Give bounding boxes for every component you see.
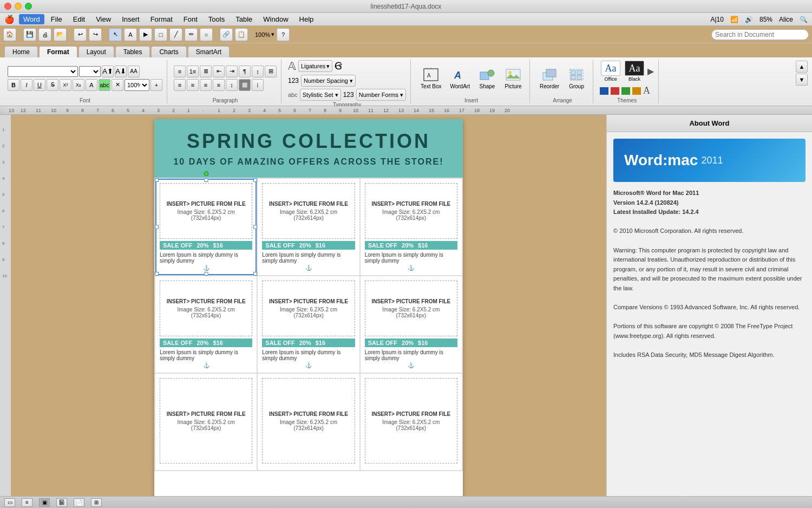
status-view-notebook[interactable]: 📓 xyxy=(56,498,67,507)
sort-button[interactable]: ↕ xyxy=(252,66,264,77)
product-cell-5[interactable]: INSERT> PICTURE FROM FILE Image Size: 6.… xyxy=(360,276,462,373)
product-cell-6[interactable]: INSERT> PICTURE FROM FILE Image Size: 6.… xyxy=(155,373,257,471)
line-tool[interactable]: ╱ xyxy=(169,28,182,41)
tab-charts[interactable]: Charts xyxy=(151,46,186,57)
text-box-button[interactable]: A Text Box xyxy=(417,66,444,90)
menu-format[interactable]: Format xyxy=(146,14,177,24)
status-view-focus[interactable]: ⊞ xyxy=(91,498,102,507)
maximize-button[interactable] xyxy=(25,3,32,10)
number-forms-button[interactable]: Number Forms ▾ xyxy=(356,89,406,101)
menu-table[interactable]: Table xyxy=(231,14,257,24)
menu-insert[interactable]: Insert xyxy=(117,14,144,24)
subscript-button[interactable]: X₂ xyxy=(73,79,84,91)
bold-button[interactable]: B xyxy=(8,79,19,91)
tab-format[interactable]: Format xyxy=(39,46,77,57)
reorder-button[interactable]: Reorder xyxy=(536,66,562,90)
ligatures-button[interactable]: Ligatures ▾ xyxy=(298,60,332,72)
menu-help[interactable]: Help xyxy=(295,14,318,24)
save-button[interactable]: 💾 xyxy=(23,28,36,41)
rect-tool[interactable]: □ xyxy=(154,28,167,41)
number-spacing-button[interactable]: Number Spacing ▾ xyxy=(301,75,356,87)
document-area[interactable]: SPRING COLLECTION 10 DAYS OF AMAZING OFF… xyxy=(11,115,606,496)
product-cell-2[interactable]: INSERT> PICTURE FROM FILE Image Size: 6.… xyxy=(360,178,462,276)
menu-word[interactable]: Word xyxy=(19,14,44,24)
menu-view[interactable]: View xyxy=(91,14,115,24)
menu-window[interactable]: Window xyxy=(259,14,292,24)
align-center[interactable]: ≡ xyxy=(187,79,199,91)
product-cell-1[interactable]: INSERT> PICTURE FROM FILE Image Size: 6.… xyxy=(257,178,359,276)
percent-select[interactable]: 100% xyxy=(125,79,149,91)
stylistic-set-button[interactable]: Stylistic Set ▾ xyxy=(300,89,341,101)
print-button[interactable]: 🖨 xyxy=(38,28,51,41)
font-color-button[interactable]: A xyxy=(86,79,97,91)
play-button[interactable]: ▶ xyxy=(139,28,152,41)
superscript-button[interactable]: X² xyxy=(60,79,71,91)
menu-file[interactable]: File xyxy=(47,14,67,24)
tab-home[interactable]: Home xyxy=(4,46,38,57)
zoom-control[interactable]: 100% ▾ xyxy=(255,31,274,38)
status-view-outline[interactable]: ≡ xyxy=(22,498,32,507)
tab-smartart[interactable]: SmartArt xyxy=(188,46,230,57)
multilevel-button[interactable]: ≣ xyxy=(200,66,212,77)
product-cell-4[interactable]: INSERT> PICTURE FROM FILE Image Size: 6.… xyxy=(257,276,359,373)
picture-button[interactable]: Picture xyxy=(501,66,525,90)
search-icon[interactable]: 🔍 xyxy=(800,16,808,23)
font-grow-button[interactable]: A⬆ xyxy=(102,66,114,77)
close-button[interactable] xyxy=(4,3,11,10)
open-button[interactable]: 📂 xyxy=(54,28,67,41)
theme-black[interactable]: Aa Black xyxy=(624,60,645,83)
search-bar[interactable] xyxy=(711,29,809,40)
indent-increase[interactable]: ⇥ xyxy=(226,66,238,77)
minimize-button[interactable] xyxy=(15,3,22,10)
theme-office[interactable]: Aa Office xyxy=(600,60,621,83)
show-formatting[interactable]: ¶ xyxy=(239,66,251,77)
status-view-publish[interactable]: 📄 xyxy=(74,498,84,507)
circle-tool[interactable]: ○ xyxy=(200,28,213,41)
font-caps-button[interactable]: AA xyxy=(128,66,140,77)
underline-button[interactable]: U xyxy=(34,79,45,91)
themes-more[interactable]: ▶ xyxy=(647,60,654,83)
copy-button[interactable]: 📋 xyxy=(235,28,248,41)
ribbon-collapse[interactable]: ▲ xyxy=(796,61,808,73)
status-view-normal[interactable]: ▭ xyxy=(4,498,15,507)
tab-layout[interactable]: Layout xyxy=(78,46,114,57)
numbering-button[interactable]: 1≡ xyxy=(187,66,199,77)
font-shrink-button[interactable]: A⬇ xyxy=(115,66,127,77)
bullets-button[interactable]: ≡ xyxy=(174,66,186,77)
link-button[interactable]: 🔗 xyxy=(220,28,233,41)
italic-button[interactable]: I xyxy=(21,79,32,91)
menu-edit[interactable]: Edit xyxy=(69,14,89,24)
line-spacing[interactable]: ↕ xyxy=(226,79,238,91)
search-input[interactable] xyxy=(711,29,809,40)
product-cell-0[interactable]: INSERT> PICTURE FROM FILE Image Size: 6.… xyxy=(155,178,257,276)
redo-button[interactable]: ↪ xyxy=(89,28,102,41)
align-justify[interactable]: ≡ xyxy=(213,79,225,91)
traffic-lights[interactable] xyxy=(4,3,32,10)
shading-button[interactable]: ▦ xyxy=(239,79,251,91)
percent-up[interactable]: + xyxy=(150,79,162,91)
strikethrough-button[interactable]: S̶ xyxy=(47,79,58,91)
tab-tables[interactable]: Tables xyxy=(115,46,150,57)
product-cell-3[interactable]: INSERT> PICTURE FROM FILE Image Size: 6.… xyxy=(155,276,257,373)
new-document-button[interactable]: 🏠 xyxy=(3,28,16,41)
clear-format-button[interactable]: ✕ xyxy=(112,79,123,91)
apple-menu[interactable]: 🍎 xyxy=(4,15,15,24)
textbox-tool[interactable]: A xyxy=(124,28,137,41)
align-left[interactable]: ≡ xyxy=(174,79,186,91)
font-size-select[interactable] xyxy=(79,66,101,77)
zoom-dropdown-icon[interactable]: ▾ xyxy=(271,31,274,38)
product-cell-7[interactable]: INSERT> PICTURE FROM FILE Image Size: 6.… xyxy=(257,373,359,471)
status-view-layout[interactable]: ▣ xyxy=(39,498,50,507)
select-button[interactable]: ↖ xyxy=(109,28,122,41)
indent-decrease[interactable]: ⇤ xyxy=(213,66,225,77)
ribbon-expand[interactable]: ▼ xyxy=(796,74,808,86)
columns-button[interactable]: ⫶ xyxy=(252,79,264,91)
borders-button[interactable]: ⊞ xyxy=(265,66,277,77)
undo-button[interactable]: ↩ xyxy=(74,28,87,41)
product-cell-8[interactable]: INSERT> PICTURE FROM FILE Image Size: 6.… xyxy=(360,373,462,471)
font-family-select[interactable] xyxy=(8,66,78,77)
align-right[interactable]: ≡ xyxy=(200,79,212,91)
menu-font[interactable]: Font xyxy=(179,14,202,24)
group-button[interactable]: Group xyxy=(565,66,588,90)
highlight-button[interactable]: abc xyxy=(99,79,110,91)
